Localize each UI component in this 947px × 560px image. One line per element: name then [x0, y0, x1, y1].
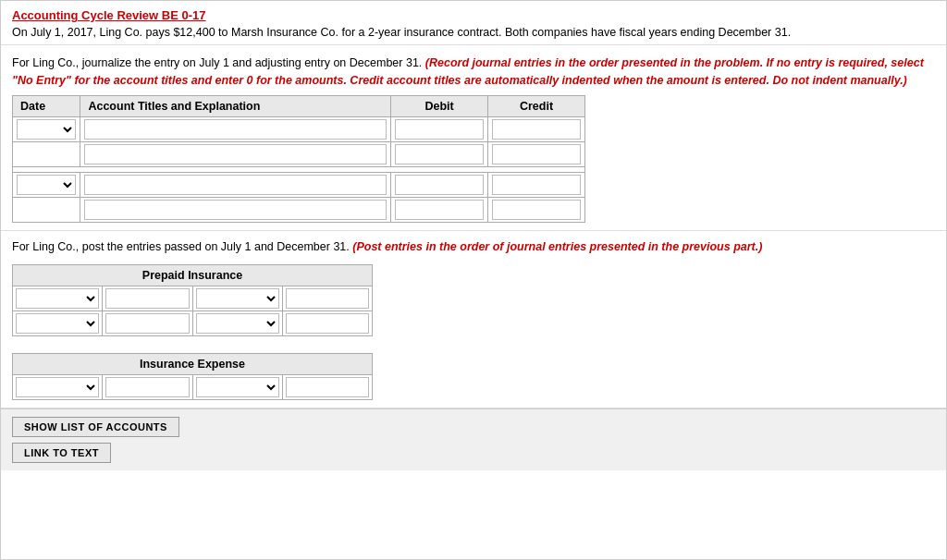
- credit-input-4[interactable]: [492, 200, 581, 220]
- ledger1-input-2b[interactable]: [286, 313, 369, 334]
- col-credit: Credit: [488, 95, 585, 116]
- ledger1-input-2a[interactable]: [105, 313, 189, 334]
- ledger2-date-1[interactable]: [13, 375, 103, 399]
- ledger2-amount-1a[interactable]: [103, 375, 192, 399]
- post-text: For Ling Co., post the entries passed on…: [12, 238, 935, 256]
- ledger1-title: Prepaid Insurance: [12, 264, 373, 286]
- header-description: On July 1, 2017, Ling Co. pays $12,400 t…: [12, 26, 935, 39]
- footer-buttons: SHOW LIST OF ACCOUNTS LINK TO TEXT: [12, 417, 935, 463]
- ledger1-date2-2[interactable]: [193, 311, 283, 335]
- journal-account-2[interactable]: [80, 141, 391, 166]
- journal-account-4[interactable]: [80, 197, 391, 222]
- ledger1-date2-1[interactable]: [193, 286, 283, 310]
- journal-row-4: [13, 197, 585, 222]
- journal-credit-1[interactable]: [488, 116, 585, 141]
- page-title: Accounting Cycle Review BE 0-17: [12, 8, 935, 22]
- col-debit: Debit: [391, 95, 488, 116]
- journal-date-4: [13, 197, 80, 222]
- ledger2-input-1b[interactable]: [286, 377, 369, 397]
- post-prompt: For Ling Co., post the entries passed on…: [12, 240, 350, 253]
- ledger1-date-select-2[interactable]: [16, 313, 99, 334]
- journal-debit-4[interactable]: [391, 197, 488, 222]
- journal-credit-3[interactable]: [488, 172, 585, 197]
- ledger1-amount-1a[interactable]: [103, 286, 192, 310]
- ledger1-date-select-1[interactable]: [16, 288, 99, 309]
- debit-input-2[interactable]: [395, 144, 484, 164]
- journal-debit-1[interactable]: [391, 116, 488, 141]
- date-select-1[interactable]: [17, 119, 76, 140]
- ledger1-amount-2b[interactable]: [283, 311, 372, 335]
- ledger2-row-1: [12, 375, 373, 400]
- journal-debit-3[interactable]: [391, 172, 488, 197]
- account-input-2[interactable]: [84, 144, 387, 164]
- post-section: For Ling Co., post the entries passed on…: [1, 231, 946, 409]
- problem-prompt: For Ling Co., journalize the entry on Ju…: [12, 56, 422, 69]
- ledger1-amount-2a[interactable]: [103, 311, 192, 335]
- ledger1-date-select-2b[interactable]: [196, 313, 279, 334]
- journal-date-3[interactable]: [13, 172, 80, 197]
- ledger1-row-1: [12, 286, 373, 311]
- ledger2-date-select-1[interactable]: [16, 377, 99, 397]
- ledger1-date-2[interactable]: [13, 311, 103, 335]
- ledger2-amount-1b[interactable]: [283, 375, 372, 399]
- problem-section: For Ling Co., journalize the entry on Ju…: [1, 45, 946, 231]
- post-instruction: (Post entries in the order of journal en…: [352, 240, 762, 253]
- journal-table: Date Account Titles and Explanation Debi…: [12, 95, 585, 223]
- show-list-button[interactable]: SHOW LIST OF ACCOUNTS: [12, 417, 179, 437]
- debit-input-1[interactable]: [395, 119, 484, 140]
- debit-input-3[interactable]: [395, 175, 484, 195]
- journal-date-2: [13, 141, 80, 166]
- debit-input-4[interactable]: [395, 200, 484, 220]
- footer-section: SHOW LIST OF ACCOUNTS LINK TO TEXT: [1, 408, 946, 470]
- ledger1-row-2: [12, 311, 373, 336]
- ledger2-date2-1[interactable]: [193, 375, 283, 399]
- account-input-3[interactable]: [84, 175, 387, 195]
- journal-credit-4[interactable]: [488, 197, 585, 222]
- credit-input-1[interactable]: [492, 119, 581, 140]
- date-select-3[interactable]: [17, 175, 76, 195]
- ledger-insurance-expense: Insurance Expense: [12, 353, 373, 400]
- ledger1-date-select-1b[interactable]: [196, 288, 279, 309]
- journal-date-1[interactable]: [13, 116, 80, 141]
- ledger2-input-1a[interactable]: [105, 377, 189, 397]
- journal-row-1: [13, 116, 585, 141]
- credit-input-3[interactable]: [492, 175, 581, 195]
- ledger1-date-1[interactable]: [13, 286, 103, 310]
- account-input-4[interactable]: [84, 200, 387, 220]
- ledger2-title: Insurance Expense: [12, 353, 373, 375]
- link-to-text-button[interactable]: LINK TO TEXT: [12, 443, 111, 463]
- journal-account-3[interactable]: [80, 172, 391, 197]
- col-date: Date: [13, 95, 80, 116]
- journal-debit-2[interactable]: [391, 141, 488, 166]
- ledger1-input-1b[interactable]: [286, 288, 369, 309]
- credit-input-2[interactable]: [492, 144, 581, 164]
- journal-row-2: [13, 141, 585, 166]
- journal-credit-2[interactable]: [488, 141, 585, 166]
- ledger1-amount-1b[interactable]: [283, 286, 372, 310]
- col-account: Account Titles and Explanation: [80, 95, 391, 116]
- problem-text: For Ling Co., journalize the entry on Ju…: [12, 55, 935, 90]
- account-input-1[interactable]: [84, 119, 387, 140]
- journal-account-1[interactable]: [80, 116, 391, 141]
- header-section: Accounting Cycle Review BE 0-17 On July …: [1, 1, 946, 45]
- ledger1-input-1a[interactable]: [105, 288, 189, 309]
- journal-row-3: [13, 172, 585, 197]
- ledger-prepaid-insurance: Prepaid Insurance: [12, 264, 373, 336]
- ledger2-date-select-1b[interactable]: [196, 377, 279, 397]
